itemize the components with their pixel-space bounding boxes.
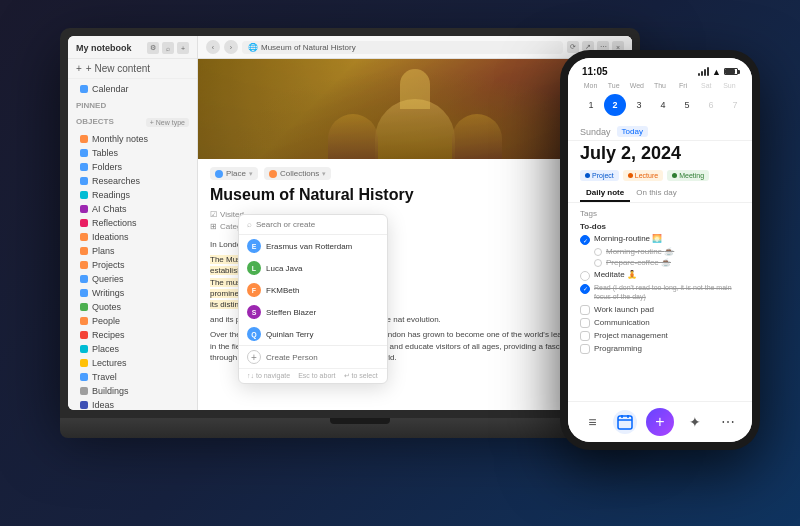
travel-icon [80, 373, 88, 381]
sidebar-icon-search[interactable]: ⌕ [162, 42, 174, 54]
place-tag-icon [215, 170, 223, 178]
date-7[interactable]: 7 [724, 94, 746, 116]
search-input[interactable] [256, 220, 379, 229]
folders-icon [80, 163, 88, 171]
url-bar[interactable]: 🌐 Museum of Natural History [242, 41, 563, 54]
tab-on-this-day[interactable]: On this day [630, 185, 682, 202]
work-item-programming[interactable]: Programming [580, 344, 740, 354]
result-luca[interactable]: L Luca Java [239, 257, 387, 279]
bottom-nav-more[interactable]: ⋯ [716, 410, 740, 434]
objects-label: Objects [76, 117, 114, 126]
date-5[interactable]: 5 [676, 94, 698, 116]
luca-name: Luca Java [266, 264, 302, 273]
result-quinlan[interactable]: Q Quinlan Terry [239, 323, 387, 345]
work-item-launch[interactable]: Work launch pad [580, 305, 740, 315]
todo-check-sub-1[interactable] [594, 248, 602, 256]
objects-header: Objects + New type [68, 114, 197, 129]
date-3[interactable]: 3 [628, 94, 650, 116]
sidebar-item-people[interactable]: People [76, 314, 189, 328]
date-6[interactable]: 6 [700, 94, 722, 116]
event-tag-lecture[interactable]: Lecture [623, 170, 663, 181]
lecture-dot [628, 173, 633, 178]
place-tag[interactable]: Place ▾ [210, 167, 258, 180]
sidebar-item-recipes[interactable]: Recipes [76, 328, 189, 342]
sidebar-item-projects[interactable]: Projects [76, 258, 189, 272]
work-check-1[interactable] [580, 305, 590, 315]
page-title: Museum of Natural History [210, 186, 620, 204]
sidebar-item-reflections[interactable]: Reflections [76, 216, 189, 230]
calendar-icon [80, 85, 88, 93]
back-button[interactable]: ‹ [206, 40, 220, 54]
tag-icon: ⊞ [210, 222, 217, 231]
add-button[interactable]: + [646, 408, 674, 436]
sidebar-item-plans[interactable]: Plans [76, 244, 189, 258]
work-label-1: Work launch pad [594, 305, 654, 314]
sidebar-item-ai-chats[interactable]: AI Chats [76, 202, 189, 216]
search-input-row[interactable]: ⌕ [239, 215, 387, 235]
todo-check-4[interactable]: ✓ [580, 284, 590, 294]
todo-check-sub-2[interactable] [594, 259, 602, 267]
date-4[interactable]: 4 [652, 94, 674, 116]
readings-icon [80, 191, 88, 199]
todo-read: ✓ Read (I don't read too long, it is not… [580, 283, 740, 301]
meeting-dot [672, 173, 677, 178]
todo-check-1[interactable]: ✓ [580, 235, 590, 245]
weekday-1: Mon [580, 81, 601, 90]
today-button[interactable]: Today [617, 126, 648, 137]
sidebar-item-quotes[interactable]: Quotes [76, 300, 189, 314]
work-check-2[interactable] [580, 318, 590, 328]
places-icon [80, 345, 88, 353]
sidebar-item-travel[interactable]: Travel [76, 370, 189, 384]
sidebar-item-calendar[interactable]: Calendar [76, 82, 189, 96]
work-check-4[interactable] [580, 344, 590, 354]
sidebar-item-folders[interactable]: Folders [76, 160, 189, 174]
sidebar-item-buildings[interactable]: Buildings [76, 384, 189, 398]
new-type-button[interactable]: + New type [146, 118, 189, 127]
create-person-button[interactable]: + Create Person [239, 345, 387, 368]
sidebar-item-researches[interactable]: Researches [76, 174, 189, 188]
ideas-icon [80, 401, 88, 409]
bottom-nav-menu[interactable]: ≡ [580, 410, 604, 434]
quinlan-name: Quinlan Terry [266, 330, 313, 339]
tags-label: Tags [580, 209, 597, 218]
result-erasmus[interactable]: E Erasmus van Rotterdam [239, 235, 387, 257]
sidebar-item-readings[interactable]: Readings [76, 188, 189, 202]
steffen-avatar: S [247, 305, 261, 319]
bottom-nav-calendar[interactable] [613, 410, 637, 434]
sidebar-icon-add[interactable]: + [177, 42, 189, 54]
action-btn-1[interactable]: ⟳ [567, 41, 579, 53]
nav-hint: ↑↓ to navigate Esc to abort ↵ to select [239, 368, 387, 383]
todo-check-3[interactable] [580, 271, 590, 281]
bottom-nav-sparkle[interactable]: ✦ [683, 410, 707, 434]
phone-content: Tags To-dos ✓ Morning-routine 🌅 Morning-… [568, 203, 752, 401]
event-tag-project[interactable]: Project [580, 170, 619, 181]
sidebar-item-queries[interactable]: Queries [76, 272, 189, 286]
sidebar-item-lectures[interactable]: Lectures [76, 356, 189, 370]
weekday-3: Wed [626, 81, 647, 90]
sidebar-item-monthly-notes[interactable]: Monthly notes [76, 132, 189, 146]
sidebar-item-writings[interactable]: Writings [76, 286, 189, 300]
sidebar-item-places[interactable]: Places [76, 342, 189, 356]
new-content-button[interactable]: + + New content [68, 59, 197, 79]
work-check-3[interactable] [580, 331, 590, 341]
big-date: July 2, 2024 [568, 141, 752, 168]
date-1[interactable]: 1 [580, 94, 602, 116]
tab-daily-note[interactable]: Daily note [580, 185, 630, 202]
date-2-today[interactable]: 2 [604, 94, 626, 116]
sidebar-item-tables[interactable]: Tables [76, 146, 189, 160]
sidebar-icon-settings[interactable]: ⚙ [147, 42, 159, 54]
browser-bar: ‹ › 🌐 Museum of Natural History ⟳ ↗ ⋯ × [198, 36, 632, 59]
event-tag-meeting[interactable]: Meeting [667, 170, 709, 181]
wifi-icon: ▲ [712, 67, 721, 77]
calendar-section: Calendar [68, 79, 197, 98]
work-item-project-mgmt[interactable]: Project management [580, 331, 740, 341]
collections-tag[interactable]: Collections ▾ [264, 167, 331, 180]
result-steffen[interactable]: S Steffen Blazer [239, 301, 387, 323]
work-item-communication[interactable]: Communication [580, 318, 740, 328]
sidebar-item-ideas[interactable]: Ideas [76, 398, 189, 410]
collections-tag-icon [269, 170, 277, 178]
phone: 11:05 ▲ Mon Tue Wed Thu [560, 50, 760, 450]
result-fkmbeth[interactable]: F FKMBeth [239, 279, 387, 301]
sidebar-item-ideations[interactable]: Ideations [76, 230, 189, 244]
forward-button[interactable]: › [224, 40, 238, 54]
